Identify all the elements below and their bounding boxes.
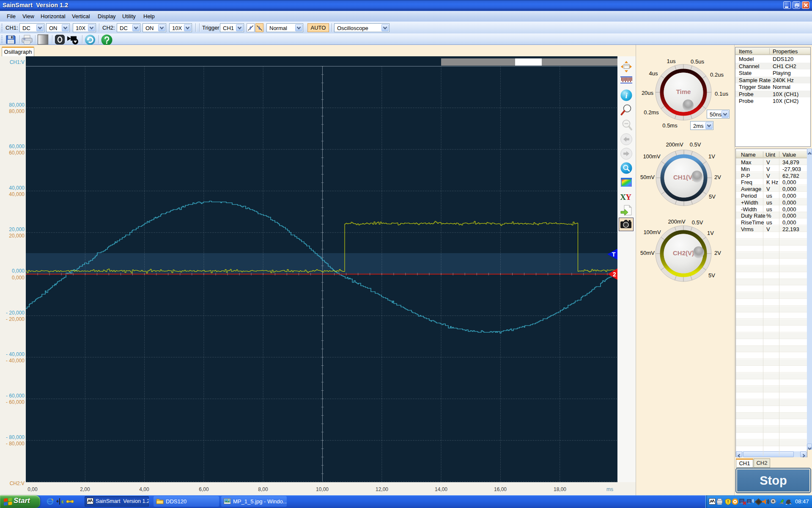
svg-text:Time: Time: [676, 88, 691, 95]
svg-text:i: i: [625, 91, 627, 100]
svg-text:CH1(V): CH1(V): [673, 174, 694, 181]
svg-text:X: X: [620, 193, 626, 202]
svg-text:e: e: [61, 499, 63, 505]
svg-text:CH2(V): CH2(V): [673, 249, 694, 257]
svg-text:!: !: [727, 500, 729, 504]
svg-text:T: T: [612, 251, 616, 258]
svg-text:2: 2: [613, 271, 616, 278]
svg-text:Y: Y: [625, 193, 631, 202]
